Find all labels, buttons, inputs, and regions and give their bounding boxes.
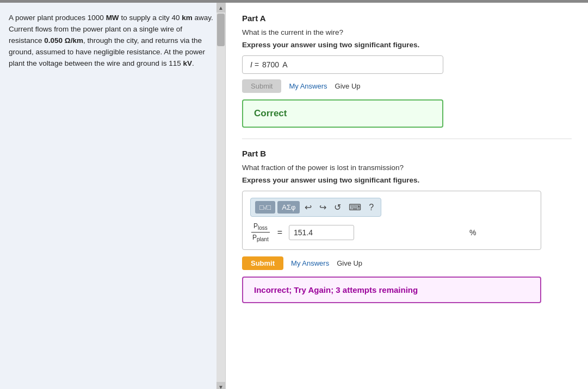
- part-b-instruction: Express your answer using two significan…: [242, 176, 572, 184]
- toolbar-greek-btn[interactable]: ΑΣφ: [277, 201, 300, 214]
- scroll-down-arrow[interactable]: ▼: [216, 382, 225, 389]
- part-b-unit: %: [469, 228, 476, 237]
- fraction-denominator-sub: plant: [257, 237, 269, 243]
- part-a-answer-box: I = 8700 A: [242, 55, 443, 74]
- toolbar-keyboard-btn[interactable]: ⌨: [346, 201, 364, 214]
- part-b-fraction: Ploss Pplant: [250, 222, 271, 243]
- part-a-instruction: Express your answer using two significan…: [242, 41, 572, 49]
- part-a-answer-unit: A: [282, 60, 287, 69]
- part-b-give-up-link[interactable]: Give Up: [337, 259, 362, 267]
- part-b-my-answers-link[interactable]: My Answers: [291, 259, 329, 267]
- part-b-fraction-row: Ploss Pplant = %: [250, 222, 533, 243]
- part-b-answer-input[interactable]: [289, 225, 354, 240]
- equals-sign: =: [277, 228, 282, 237]
- part-a-buttons-row: Submit My Answers Give Up: [242, 79, 572, 93]
- right-panel: Part A What is the current in the wire? …: [226, 3, 588, 389]
- part-a-correct-text: Correct: [254, 108, 287, 119]
- part-divider: [242, 139, 572, 139]
- part-b-question: What fraction of the power is lost in tr…: [242, 164, 572, 172]
- problem-statement-panel: A power plant produces 1000 MW to supply…: [0, 3, 226, 389]
- part-b-answer-area: □√□ ΑΣφ ↩ ↪ ↺ ⌨ ? Ploss Pplant = %: [242, 191, 541, 250]
- part-b-section: Part B What fraction of the power is los…: [242, 149, 572, 303]
- part-b-incorrect-text: Incorrect; Try Again; 3 attempts remaini…: [254, 285, 418, 294]
- part-a-my-answers-link[interactable]: My Answers: [289, 82, 327, 90]
- part-a-section: Part A What is the current in the wire? …: [242, 14, 572, 128]
- toolbar-help-btn[interactable]: ?: [366, 202, 376, 214]
- part-a-answer-label: I =: [250, 60, 259, 69]
- part-a-answer-value: 8700: [262, 60, 279, 69]
- fraction-denominator: Pplant: [250, 233, 271, 242]
- scroll-up-arrow[interactable]: ▲: [216, 3, 225, 12]
- scrollbar[interactable]: ▲ ▼: [216, 3, 225, 389]
- part-b-buttons-row: Submit My Answers Give Up: [242, 256, 572, 270]
- scroll-thumb[interactable]: [217, 14, 225, 46]
- part-b-label: Part B: [242, 149, 572, 158]
- fraction-numerator-sub: loss: [258, 225, 268, 231]
- problem-text: A power plant produces 1000 MW to supply…: [9, 12, 216, 70]
- part-b-submit-button[interactable]: Submit: [242, 256, 283, 270]
- toolbar-undo-btn[interactable]: ↩: [302, 201, 314, 214]
- toolbar-refresh-btn[interactable]: ↺: [331, 201, 344, 214]
- part-a-give-up-link[interactable]: Give Up: [335, 82, 361, 90]
- part-a-question: What is the current in the wire?: [242, 28, 572, 36]
- part-a-correct-box: Correct: [242, 99, 443, 128]
- part-a-label: Part A: [242, 14, 572, 23]
- math-toolbar: □√□ ΑΣφ ↩ ↪ ↺ ⌨ ?: [250, 198, 381, 217]
- fraction-numerator: Ploss: [251, 222, 270, 233]
- toolbar-redo-btn[interactable]: ↪: [317, 201, 329, 214]
- part-a-submit-button[interactable]: Submit: [242, 79, 281, 93]
- part-b-incorrect-box: Incorrect; Try Again; 3 attempts remaini…: [242, 277, 541, 303]
- toolbar-template-btn[interactable]: □√□: [255, 201, 275, 214]
